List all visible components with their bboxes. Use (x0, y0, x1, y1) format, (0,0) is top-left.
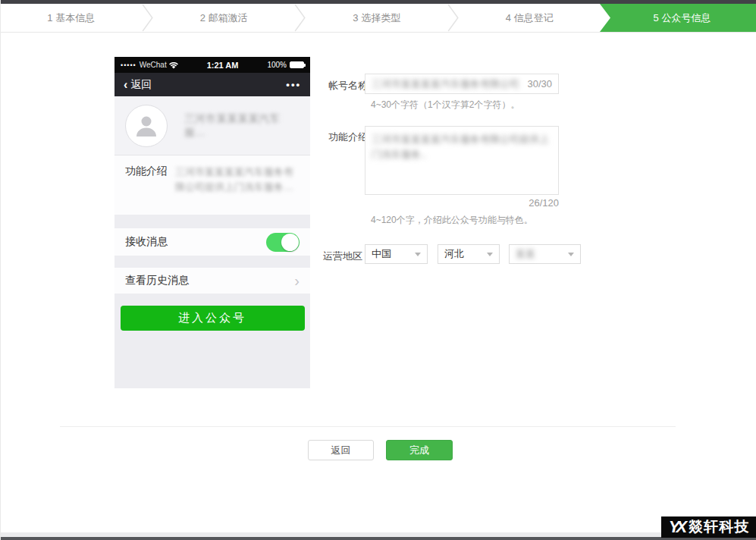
receive-message-label: 接收消息 (125, 235, 168, 249)
account-name-preview: 三河市某某某某汽车服… (184, 112, 300, 140)
function-intro-textarea[interactable]: 三河市某某某某汽车服务有限公司提供上门洗车服务.. (365, 126, 559, 195)
account-name-value: 三河市某某某某汽车服务有限公司 (372, 77, 522, 91)
battery-percent-label: 100% (267, 61, 287, 69)
registration-page: 1 基本信息 2 邮箱激活 3 选择类型 4 信息登记 5 公众号信息 ••••… (0, 0, 756, 540)
toggle-knob (281, 234, 299, 251)
battery-icon (290, 61, 304, 68)
phone-intro-text: 三河市某某某某汽车服务有限公司提供上门洗车服务… (175, 165, 295, 206)
account-name-input[interactable]: 三河市某某某某汽车服务有限公司 30/30 (365, 74, 559, 94)
city-value: 某某 (516, 247, 535, 261)
chevron-right-icon: › (294, 273, 300, 288)
phone-status-bar: ••••• WeChat 1:21 AM 100% (114, 57, 310, 73)
phone-nav-bar: ‹ 返回 ••• (114, 73, 310, 96)
phone-receive-row: 接收消息 (114, 228, 310, 256)
phone-section-gap (114, 256, 310, 268)
function-intro-counter: 26/120 (365, 197, 559, 209)
caret-down-icon (568, 253, 574, 256)
history-message-label: 查看历史消息 (125, 274, 189, 287)
function-intro-label: 功能介绍 (328, 130, 368, 144)
step-account-info-active: 5 公众号信息 (600, 4, 756, 32)
step-info-registration: 4 信息登记 (460, 4, 601, 32)
yx-logo-icon: YX (669, 517, 683, 537)
phone-section-gap (114, 215, 310, 228)
vendor-logo: YX 燚轩科技 (661, 516, 756, 538)
phone-preview: ••••• WeChat 1:21 AM 100% ‹ 返回 ••• 三河市某某… (114, 57, 310, 388)
step-separator-icon (294, 4, 306, 32)
phone-intro-row: 功能介绍 三河市某某某某汽车服务有限公司提供上门洗车服务… (114, 155, 310, 215)
phone-history-row[interactable]: 查看历史消息 › (114, 268, 310, 294)
step-separator-icon (142, 4, 154, 32)
back-chevron-icon[interactable]: ‹ (124, 78, 127, 92)
phone-profile-row: 三河市某某某某汽车服… (114, 96, 310, 155)
phone-bottom-area: 进入公众号 (114, 294, 310, 388)
province-value: 河北 (444, 247, 464, 261)
receive-message-toggle[interactable] (266, 233, 300, 252)
function-intro-hint: 4~120个字，介绍此公众号功能与特色。 (371, 214, 533, 227)
account-name-label: 帐号名称 (328, 79, 368, 93)
window-bottom-edge (1, 537, 756, 540)
phone-intro-label: 功能介绍 (125, 165, 175, 206)
country-select[interactable]: 中国 (365, 244, 428, 264)
region-label: 运营地区 (323, 250, 362, 263)
wizard-stepper: 1 基本信息 2 邮箱激活 3 选择类型 4 信息登记 5 公众号信息 (1, 4, 756, 33)
caret-down-icon (487, 253, 493, 256)
signal-dots-icon: ••••• (121, 61, 136, 69)
caret-down-icon (415, 253, 421, 256)
carrier-label: WeChat (140, 61, 167, 69)
enter-account-button[interactable]: 进入公众号 (121, 306, 305, 331)
account-name-counter: 30/30 (527, 78, 552, 89)
account-name-hint: 4~30个字符（1个汉字算2个字符）。 (371, 99, 519, 111)
actions-divider (60, 426, 676, 427)
country-value: 中国 (372, 247, 391, 261)
step-separator-icon (447, 4, 460, 32)
vendor-logo-text: 燚轩科技 (689, 517, 749, 537)
city-select[interactable]: 某某 (509, 244, 581, 264)
step-basic-info: 1 基本信息 (1, 4, 142, 32)
phone-back-label[interactable]: 返回 (130, 78, 152, 92)
function-intro-value: 三河市某某某某汽车服务有限公司提供上门洗车服务.. (372, 133, 549, 160)
province-select[interactable]: 河北 (438, 244, 500, 264)
wifi-icon (169, 61, 178, 69)
clock-label: 1:21 AM (178, 61, 268, 70)
finish-button[interactable]: 完成 (386, 440, 453, 460)
step-choose-type: 3 选择类型 (306, 4, 447, 32)
back-button[interactable]: 返回 (308, 440, 374, 460)
more-options-icon[interactable]: ••• (286, 79, 301, 90)
avatar (125, 105, 168, 147)
step-email-activation: 2 邮箱激活 (154, 4, 295, 32)
